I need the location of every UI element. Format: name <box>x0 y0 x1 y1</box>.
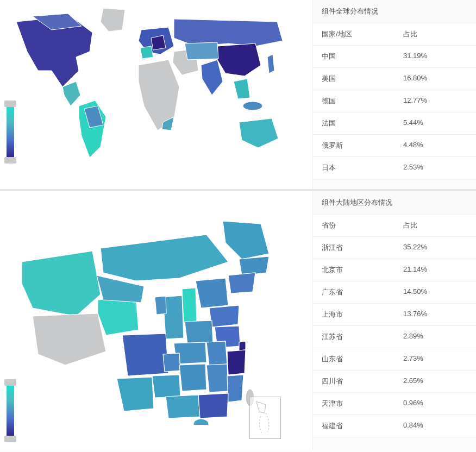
world-map[interactable] <box>0 0 304 163</box>
table-row[interactable]: 山东省2.73% <box>313 348 476 371</box>
province-pct: 0.84% <box>394 415 476 437</box>
country-name: 俄罗斯 <box>313 135 394 156</box>
china-table-header: 省份 占比 <box>313 215 476 237</box>
table-row[interactable]: 美国16.80% <box>313 68 476 90</box>
table-row[interactable]: 俄罗斯4.48% <box>313 135 476 157</box>
world-map-area <box>0 0 312 189</box>
table-row[interactable]: 法国5.44% <box>313 112 476 135</box>
china-legend-gradient <box>7 384 14 438</box>
country-name: 日本 <box>313 157 394 179</box>
legend-handle-bottom[interactable] <box>4 157 16 164</box>
country-name: 美国 <box>313 68 394 90</box>
country-pct: 16.80% <box>394 68 476 90</box>
table-row[interactable]: 江苏省2.89% <box>313 326 476 348</box>
china-col-pct: 占比 <box>394 215 476 236</box>
china-table: 组件大陆地区分布情况 省份 占比 浙江省35.22% 北京市21.14% 广东省… <box>312 191 476 450</box>
legend-handle-top[interactable] <box>4 101 16 107</box>
china-map-area <box>0 191 312 450</box>
china-panel: 组件大陆地区分布情况 省份 占比 浙江省35.22% 北京市21.14% 广东省… <box>0 191 476 450</box>
province-pct: 13.76% <box>394 304 476 325</box>
province-pct: 2.89% <box>394 326 476 348</box>
province-name: 四川省 <box>313 371 394 392</box>
table-row[interactable]: 天津市0.96% <box>313 393 476 415</box>
province-pct: 14.50% <box>394 281 476 303</box>
world-legend-gradient <box>7 105 14 159</box>
province-pct: 2.65% <box>394 371 476 392</box>
svg-point-1 <box>193 419 209 425</box>
province-pct: 2.73% <box>394 348 476 370</box>
province-pct: 0.96% <box>394 393 476 415</box>
table-row[interactable]: 中国31.19% <box>313 46 476 68</box>
china-col-province: 省份 <box>313 215 394 236</box>
province-name: 北京市 <box>313 259 394 281</box>
china-table-title: 组件大陆地区分布情况 <box>313 191 476 215</box>
country-name: 法国 <box>313 112 394 134</box>
china-map[interactable] <box>0 191 304 425</box>
province-name: 江苏省 <box>313 326 394 348</box>
province-pct: 21.14% <box>394 259 476 281</box>
country-pct: 31.19% <box>394 46 476 67</box>
country-pct: 5.44% <box>394 112 476 134</box>
south-china-sea-inset <box>249 397 281 439</box>
table-row[interactable]: 四川省2.65% <box>313 371 476 393</box>
world-table-header: 国家/地区 占比 <box>313 23 476 46</box>
table-row[interactable]: 广东省14.50% <box>313 281 476 304</box>
world-table: 组件全球分布情况 国家/地区 占比 中国31.19% 美国16.80% 德国12… <box>312 0 476 189</box>
table-row[interactable]: 北京市21.14% <box>313 259 476 281</box>
country-pct: 12.77% <box>394 90 476 112</box>
province-name: 福建省 <box>313 415 394 437</box>
province-name: 广东省 <box>313 281 394 303</box>
table-row[interactable]: 福建省0.84% <box>313 415 476 437</box>
country-name: 中国 <box>313 46 394 67</box>
world-col-country: 国家/地区 <box>313 23 394 45</box>
province-name: 浙江省 <box>313 237 394 259</box>
country-pct: 2.53% <box>394 157 476 179</box>
province-pct: 35.22% <box>394 237 476 259</box>
province-name: 上海市 <box>313 304 394 325</box>
province-name: 天津市 <box>313 393 394 415</box>
table-row[interactable]: 浙江省35.22% <box>313 237 476 259</box>
legend-handle-top[interactable] <box>4 379 16 386</box>
legend-handle-bottom[interactable] <box>4 436 16 442</box>
table-row[interactable]: 日本2.53% <box>313 157 476 179</box>
province-name: 山东省 <box>313 348 394 370</box>
table-row[interactable]: 上海市13.76% <box>313 304 476 326</box>
svg-point-0 <box>243 102 262 110</box>
country-pct: 4.48% <box>394 135 476 156</box>
world-panel: 组件全球分布情况 国家/地区 占比 中国31.19% 美国16.80% 德国12… <box>0 0 476 191</box>
table-row[interactable]: 德国12.77% <box>313 90 476 112</box>
world-col-pct: 占比 <box>394 23 476 45</box>
world-table-title: 组件全球分布情况 <box>313 0 476 23</box>
country-name: 德国 <box>313 90 394 112</box>
